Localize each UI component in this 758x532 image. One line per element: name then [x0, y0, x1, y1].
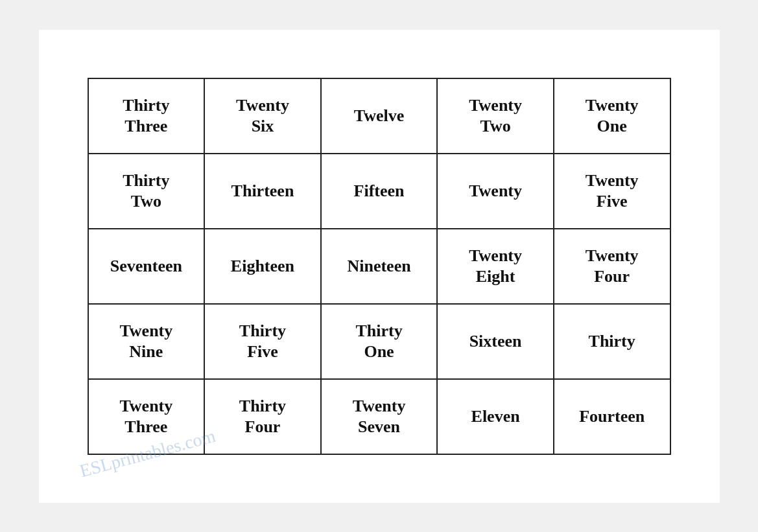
table-row: ThirtyTwoThirteenFifteenTwentyTwentyFive	[88, 154, 670, 229]
table-cell: Nineteen	[321, 229, 438, 304]
number-words-grid: ThirtyThreeTwentySixTwelveTwentyTwoTwent…	[88, 78, 671, 455]
table-cell: ThirtyTwo	[88, 154, 205, 229]
table-cell: ThirtyOne	[321, 304, 438, 379]
table-cell: Eleven	[437, 379, 553, 454]
table-cell: TwentyOne	[554, 78, 670, 154]
table-cell: TwentyFour	[554, 229, 670, 304]
table-row: ThirtyThreeTwentySixTwelveTwentyTwoTwent…	[88, 78, 670, 154]
table-cell: Sixteen	[437, 304, 553, 379]
table-cell: Thirteen	[204, 154, 321, 229]
table-cell: TwentyTwo	[437, 78, 553, 154]
table-cell: Seventeen	[88, 229, 205, 304]
table-cell: TwentyEight	[437, 229, 553, 304]
table-cell: ThirtyFive	[204, 304, 321, 379]
table-cell: Fifteen	[321, 154, 438, 229]
table-cell: TwentyNine	[88, 304, 205, 379]
table-row: TwentyThreeThirtyFourTwentySevenElevenFo…	[88, 379, 670, 454]
table-cell: Eighteen	[204, 229, 321, 304]
table-cell: Twelve	[321, 78, 438, 154]
table-row: SeventeenEighteenNineteenTwentyEightTwen…	[88, 229, 670, 304]
table-row: TwentyNineThirtyFiveThirtyOneSixteenThir…	[88, 304, 670, 379]
table-cell: TwentyFive	[554, 154, 670, 229]
table-cell: Thirty	[554, 304, 670, 379]
page-container: ESLprintables.com ThirtyThreeTwentySixTw…	[39, 30, 720, 503]
table-cell: ThirtyFour	[204, 379, 321, 454]
table-cell: TwentySeven	[321, 379, 438, 454]
table-cell: TwentyThree	[88, 379, 205, 454]
table-cell: Fourteen	[554, 379, 670, 454]
table-cell: TwentySix	[204, 78, 321, 154]
table-cell: Twenty	[437, 154, 553, 229]
table-cell: ThirtyThree	[88, 78, 205, 154]
